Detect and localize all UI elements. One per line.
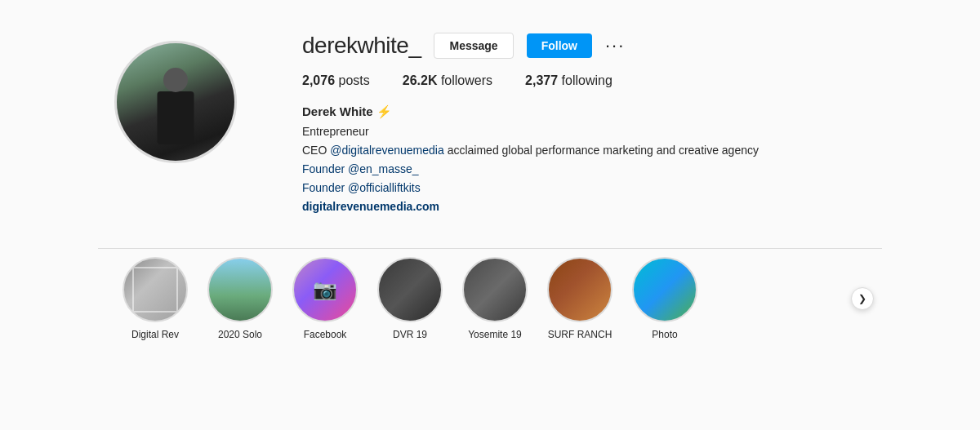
- posts-stat: 2,076 posts: [302, 73, 370, 88]
- username-row: derekwhite_ Message Follow ···: [302, 33, 882, 59]
- highlight-label-2020-solo: 2020 Solo: [218, 329, 262, 340]
- highlight-circle-photo: [632, 257, 697, 322]
- highlights-scroll-arrow[interactable]: ❯: [851, 287, 874, 310]
- display-name: Derek White ⚡: [302, 103, 882, 122]
- following-stat[interactable]: 2,377 following: [525, 73, 612, 88]
- highlight-item-surf-ranch[interactable]: SURF RANCH: [547, 257, 612, 340]
- highlights-section: Digital Rev2020 SoloFacebookDVR 19Yosemi…: [98, 249, 882, 348]
- highlight-circle-dvr-19: [377, 257, 443, 322]
- highlight-item-facebook[interactable]: Facebook: [292, 257, 358, 340]
- highlight-circle-facebook: [292, 257, 358, 322]
- highlight-item-yosemite-19[interactable]: Yosemite 19: [462, 257, 528, 340]
- highlight-label-facebook: Facebook: [304, 329, 347, 340]
- bio-handle-digital[interactable]: @digitalrevenuemedia: [330, 144, 444, 157]
- bio-line-3: Founder @officialliftkits: [302, 180, 882, 197]
- following-label: following: [562, 73, 612, 87]
- bio-title: Entrepreneur: [302, 123, 882, 140]
- highlight-label-surf-ranch: SURF RANCH: [548, 329, 612, 340]
- highlight-label-dvr-19: DVR 19: [393, 329, 427, 340]
- bio-ceo-suffix: acclaimed global performance marketing a…: [444, 144, 759, 157]
- bio-line-1: CEO @digitalrevenuemedia acclaimed globa…: [302, 142, 882, 159]
- highlight-item-2020-solo[interactable]: 2020 Solo: [207, 257, 273, 340]
- highlight-label-yosemite-19: Yosemite 19: [468, 329, 522, 340]
- follow-button[interactable]: Follow: [527, 33, 592, 58]
- more-options-button[interactable]: ···: [605, 37, 625, 55]
- highlight-label-digital-rev: Digital Rev: [131, 329, 179, 340]
- bio-section: Derek White ⚡ Entrepreneur CEO @digitalr…: [302, 103, 882, 215]
- highlight-circle-surf-ranch: [547, 257, 612, 322]
- highlight-item-digital-rev[interactable]: Digital Rev: [122, 257, 188, 340]
- posts-count: 2,076: [302, 73, 335, 87]
- avatar-photo: [117, 43, 234, 161]
- bio-founder-enmasse[interactable]: Founder @en_masse_: [302, 162, 419, 175]
- bio-ceo-prefix: CEO: [302, 144, 330, 157]
- profile-info: derekwhite_ Message Follow ··· 2,076 pos…: [302, 24, 882, 215]
- highlight-label-photo: Photo: [652, 329, 677, 340]
- username: derekwhite_: [302, 33, 421, 59]
- full-name: Derek White: [302, 104, 373, 118]
- highlight-item-dvr-19[interactable]: DVR 19: [377, 257, 443, 340]
- bio-founder-liftkits[interactable]: Founder @officialliftkits: [302, 181, 421, 194]
- message-button[interactable]: Message: [434, 33, 513, 59]
- stats-row: 2,076 posts 26.2K followers 2,377 follow…: [302, 73, 882, 88]
- bio-line-2: Founder @en_masse_: [302, 161, 882, 178]
- profile-header: derekwhite_ Message Follow ··· 2,076 pos…: [98, 24, 882, 215]
- highlight-circle-digital-rev: [122, 257, 188, 322]
- followers-stat[interactable]: 26.2K followers: [403, 73, 492, 88]
- posts-label-text: posts: [339, 73, 370, 87]
- highlight-circle-2020-solo: [207, 257, 273, 322]
- avatar-section: [98, 24, 253, 180]
- avatar: [114, 41, 237, 163]
- followers-label: followers: [441, 73, 492, 87]
- lightning-emoji: ⚡: [376, 103, 392, 122]
- following-count: 2,377: [525, 73, 558, 87]
- highlight-item-photo[interactable]: Photo: [632, 257, 697, 340]
- bio-website[interactable]: digitalrevenuemedia.com: [302, 198, 882, 215]
- highlight-circle-yosemite-19: [462, 257, 528, 322]
- followers-count: 26.2K: [403, 73, 438, 87]
- page-container: derekwhite_ Message Follow ··· 2,076 pos…: [82, 0, 898, 365]
